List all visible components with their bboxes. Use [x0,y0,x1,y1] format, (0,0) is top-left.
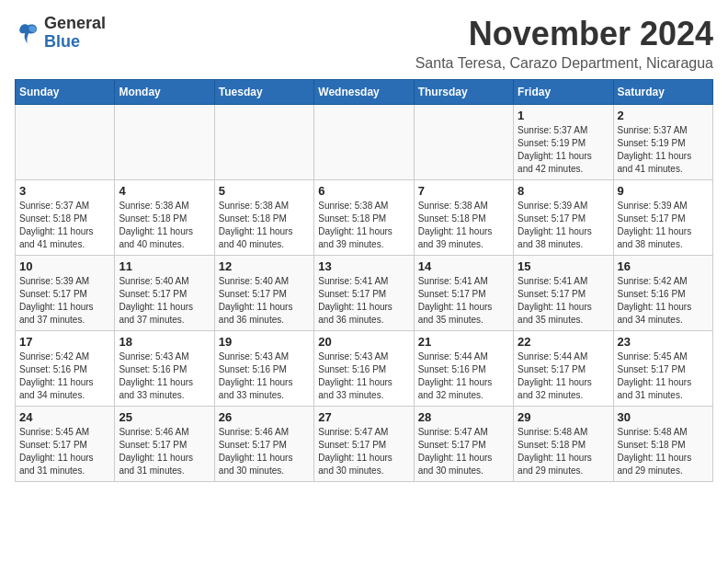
weekday-header-row: SundayMondayTuesdayWednesdayThursdayFrid… [16,80,713,105]
day-number: 15 [518,259,609,273]
calendar-cell [314,105,414,180]
day-info: Sunrise: 5:45 AM Sunset: 5:17 PM Dayligh… [618,350,709,402]
day-number: 10 [19,259,110,273]
day-number: 26 [219,410,310,424]
weekday-header-sunday: Sunday [16,80,115,105]
day-number: 19 [219,335,310,349]
calendar-cell: 1Sunrise: 5:37 AM Sunset: 5:19 PM Daylig… [514,105,613,180]
day-number: 12 [219,259,310,273]
day-number: 22 [518,335,609,349]
calendar-cell [214,105,313,180]
day-number: 29 [518,410,609,424]
logo-text: General Blue [44,15,106,52]
calendar-cell: 23Sunrise: 5:45 AM Sunset: 5:17 PM Dayli… [613,331,712,407]
day-info: Sunrise: 5:41 AM Sunset: 5:17 PM Dayligh… [418,275,509,327]
day-number: 6 [318,184,409,198]
day-info: Sunrise: 5:42 AM Sunset: 5:16 PM Dayligh… [19,350,110,402]
calendar-week-row: 17Sunrise: 5:42 AM Sunset: 5:16 PM Dayli… [16,331,713,407]
day-number: 25 [119,410,210,424]
day-info: Sunrise: 5:40 AM Sunset: 5:17 PM Dayligh… [219,275,310,327]
day-info: Sunrise: 5:38 AM Sunset: 5:18 PM Dayligh… [418,200,509,251]
day-info: Sunrise: 5:41 AM Sunset: 5:17 PM Dayligh… [518,275,609,327]
day-number: 30 [618,410,709,424]
weekday-header-wednesday: Wednesday [314,80,414,105]
day-number: 8 [518,184,609,198]
calendar-cell: 2Sunrise: 5:37 AM Sunset: 5:19 PM Daylig… [613,105,712,180]
day-number: 24 [19,410,110,424]
day-number: 18 [119,335,210,349]
day-info: Sunrise: 5:43 AM Sunset: 5:16 PM Dayligh… [219,350,310,402]
month-title: November 2024 [415,15,713,53]
day-number: 5 [219,184,310,198]
calendar-cell: 30Sunrise: 5:48 AM Sunset: 5:18 PM Dayli… [613,407,712,482]
logo: General Blue [15,15,106,52]
calendar-cell: 27Sunrise: 5:47 AM Sunset: 5:17 PM Dayli… [314,407,414,482]
day-info: Sunrise: 5:45 AM Sunset: 5:17 PM Dayligh… [19,426,110,477]
calendar-cell [414,105,513,180]
day-number: 3 [19,184,110,198]
calendar-cell: 5Sunrise: 5:38 AM Sunset: 5:18 PM Daylig… [214,180,313,256]
day-info: Sunrise: 5:42 AM Sunset: 5:16 PM Dayligh… [618,275,709,327]
calendar-cell: 14Sunrise: 5:41 AM Sunset: 5:17 PM Dayli… [414,256,513,331]
day-info: Sunrise: 5:38 AM Sunset: 5:18 PM Dayligh… [219,200,310,251]
calendar-cell [115,105,214,180]
day-number: 1 [518,109,609,122]
calendar-cell: 10Sunrise: 5:39 AM Sunset: 5:17 PM Dayli… [16,256,115,331]
day-info: Sunrise: 5:38 AM Sunset: 5:18 PM Dayligh… [119,200,210,251]
weekday-header-tuesday: Tuesday [214,80,313,105]
day-info: Sunrise: 5:48 AM Sunset: 5:18 PM Dayligh… [618,426,709,477]
day-info: Sunrise: 5:46 AM Sunset: 5:17 PM Dayligh… [119,426,210,477]
day-info: Sunrise: 5:37 AM Sunset: 5:19 PM Dayligh… [618,124,709,176]
calendar-cell: 29Sunrise: 5:48 AM Sunset: 5:18 PM Dayli… [514,407,613,482]
calendar-cell: 3Sunrise: 5:37 AM Sunset: 5:18 PM Daylig… [16,180,115,256]
day-number: 28 [418,410,509,424]
weekday-header-saturday: Saturday [613,80,712,105]
calendar-cell: 25Sunrise: 5:46 AM Sunset: 5:17 PM Dayli… [115,407,214,482]
calendar-week-row: 1Sunrise: 5:37 AM Sunset: 5:19 PM Daylig… [16,105,713,180]
day-number: 4 [119,184,210,198]
day-number: 11 [119,259,210,273]
calendar-cell: 24Sunrise: 5:45 AM Sunset: 5:17 PM Dayli… [16,407,115,482]
day-info: Sunrise: 5:40 AM Sunset: 5:17 PM Dayligh… [119,275,210,327]
calendar-table: SundayMondayTuesdayWednesdayThursdayFrid… [15,79,713,482]
logo-bird-icon [15,20,40,46]
calendar-cell: 6Sunrise: 5:38 AM Sunset: 5:18 PM Daylig… [314,180,414,256]
day-number: 14 [418,259,509,273]
calendar-cell: 20Sunrise: 5:43 AM Sunset: 5:16 PM Dayli… [314,331,414,407]
calendar-cell: 22Sunrise: 5:44 AM Sunset: 5:17 PM Dayli… [514,331,613,407]
day-info: Sunrise: 5:48 AM Sunset: 5:18 PM Dayligh… [518,426,609,477]
calendar-week-row: 10Sunrise: 5:39 AM Sunset: 5:17 PM Dayli… [16,256,713,331]
day-info: Sunrise: 5:39 AM Sunset: 5:17 PM Dayligh… [19,275,110,327]
day-info: Sunrise: 5:47 AM Sunset: 5:17 PM Dayligh… [318,426,409,477]
day-number: 23 [618,335,709,349]
day-number: 13 [318,259,409,273]
calendar-cell: 18Sunrise: 5:43 AM Sunset: 5:16 PM Dayli… [115,331,214,407]
day-number: 20 [318,335,409,349]
calendar-cell: 13Sunrise: 5:41 AM Sunset: 5:17 PM Dayli… [314,256,414,331]
calendar-cell: 17Sunrise: 5:42 AM Sunset: 5:16 PM Dayli… [16,331,115,407]
day-info: Sunrise: 5:43 AM Sunset: 5:16 PM Dayligh… [119,350,210,402]
day-number: 27 [318,410,409,424]
calendar-week-row: 3Sunrise: 5:37 AM Sunset: 5:18 PM Daylig… [16,180,713,256]
calendar-cell [16,105,115,180]
day-info: Sunrise: 5:43 AM Sunset: 5:16 PM Dayligh… [318,350,409,402]
calendar-cell: 11Sunrise: 5:40 AM Sunset: 5:17 PM Dayli… [115,256,214,331]
day-number: 9 [618,184,709,198]
calendar-cell: 19Sunrise: 5:43 AM Sunset: 5:16 PM Dayli… [214,331,313,407]
day-info: Sunrise: 5:44 AM Sunset: 5:17 PM Dayligh… [518,350,609,402]
calendar-cell: 7Sunrise: 5:38 AM Sunset: 5:18 PM Daylig… [414,180,513,256]
day-info: Sunrise: 5:39 AM Sunset: 5:17 PM Dayligh… [518,200,609,251]
calendar-cell: 4Sunrise: 5:38 AM Sunset: 5:18 PM Daylig… [115,180,214,256]
weekday-header-monday: Monday [115,80,214,105]
day-number: 7 [418,184,509,198]
calendar-cell: 12Sunrise: 5:40 AM Sunset: 5:17 PM Dayli… [214,256,313,331]
day-info: Sunrise: 5:41 AM Sunset: 5:17 PM Dayligh… [318,275,409,327]
day-number: 17 [19,335,110,349]
title-section: November 2024 Santa Teresa, Carazo Depar… [415,15,713,72]
calendar-cell: 9Sunrise: 5:39 AM Sunset: 5:17 PM Daylig… [613,180,712,256]
calendar-cell: 15Sunrise: 5:41 AM Sunset: 5:17 PM Dayli… [514,256,613,331]
location-subtitle: Santa Teresa, Carazo Department, Nicarag… [415,55,713,72]
calendar-week-row: 24Sunrise: 5:45 AM Sunset: 5:17 PM Dayli… [16,407,713,482]
calendar-cell: 16Sunrise: 5:42 AM Sunset: 5:16 PM Dayli… [613,256,712,331]
calendar-cell: 21Sunrise: 5:44 AM Sunset: 5:16 PM Dayli… [414,331,513,407]
